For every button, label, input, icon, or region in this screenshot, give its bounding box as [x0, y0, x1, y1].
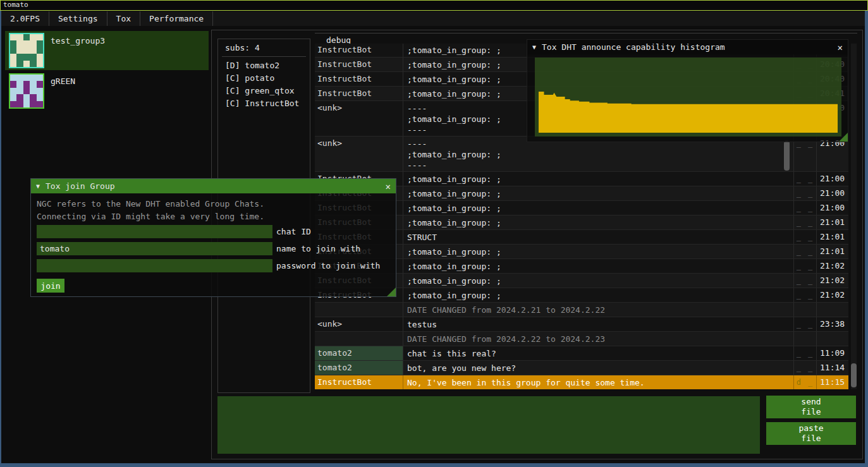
message-sender: tomato2 [315, 346, 403, 360]
contact-item-test_group3[interactable]: test_group3 [5, 31, 209, 70]
contact-name: gREEN [51, 76, 75, 86]
message-text: ;tomato_in_group: ; [403, 288, 794, 302]
avatar-pixel [37, 94, 43, 100]
subs-list-item[interactable]: [D] tomato2 [218, 59, 310, 72]
avatar-pixel [10, 34, 16, 40]
collapse-icon[interactable]: ▼ [532, 44, 536, 51]
subs-list-item[interactable]: [C] InstructBot [218, 97, 310, 110]
join-group-titlebar[interactable]: ▼ Tox join Group ✕ [31, 179, 396, 193]
chat-scrollbar-thumb[interactable] [851, 363, 857, 387]
menu-item-tox[interactable]: Tox [107, 11, 140, 26]
send-file-label-2: file [801, 407, 821, 417]
avatar-pixel [23, 101, 30, 107]
message-text: DATE CHANGED from 2024.2.21 to 2024.2.22 [403, 303, 794, 317]
chat-message-row[interactable]: InstructBotNo, I've been in this group f… [315, 375, 848, 389]
message-status-flags: _ _ [794, 201, 817, 215]
join-group-title: Tox join Group [46, 181, 115, 191]
message-text: ;tomato_in_group: ; [403, 274, 794, 288]
chat-ID-input[interactable] [37, 225, 272, 238]
message-text: ;tomato_in_group: ; [403, 186, 794, 200]
name-to-join-with-input[interactable] [37, 242, 272, 255]
avatar-pixel [37, 101, 43, 107]
send-file-label-1: send [801, 397, 821, 407]
chat-inner-scrollbar-thumb[interactable] [784, 141, 790, 171]
avatar-pixel [23, 81, 30, 87]
message-line: ;tomato_in_group: ; [407, 174, 793, 185]
chat-message-row[interactable]: tomato2chat is this real?_ _11:09 [315, 346, 848, 360]
message-sender [315, 303, 403, 317]
chat-message-row[interactable]: <unk>testus_ _23:38 [315, 317, 848, 331]
avatar-pixel [23, 61, 30, 67]
resize-grip[interactable] [387, 288, 396, 296]
avatar-pixel [10, 81, 16, 87]
avatar-pixel [30, 61, 36, 67]
subs-count: subs: 4 [218, 39, 310, 55]
avatar-pixel [23, 88, 30, 94]
avatar-pixel [10, 101, 16, 107]
dht-histogram-title: Tox DHT announce capability histogram [542, 42, 725, 52]
avatar-pixel [10, 75, 16, 81]
avatar-pixel [23, 94, 30, 100]
chat-message-row[interactable]: tomato2bot, are you new here?_ _11:14 [315, 360, 848, 375]
fps-counter: 2.0FPS [1, 11, 49, 26]
close-icon[interactable]: ✕ [838, 42, 843, 52]
message-line: chat is this real? [407, 348, 793, 359]
window-border-right [865, 11, 868, 467]
message-text: ;tomato_in_group: ; [403, 215, 794, 229]
join-fields: chat IDname to join withpassword to join… [37, 223, 390, 274]
collapse-icon[interactable]: ▼ [36, 183, 40, 190]
chat-scrollbar[interactable] [851, 44, 857, 389]
message-text: ;tomato_in_group: ; [403, 201, 794, 215]
message-status-flags: _ _ [794, 215, 817, 229]
avatar-pixel [30, 40, 36, 47]
avatar-pixel [23, 47, 30, 54]
paste-file-label-1: paste [798, 423, 823, 434]
date-separator-row[interactable]: DATE CHANGED from 2024.2.21 to 2024.2.22 [315, 302, 848, 317]
avatar-pixel [37, 54, 43, 60]
menu-items: SettingsToxPerformance [49, 11, 213, 26]
avatar-pixel [30, 34, 36, 40]
message-timestamp: 21:01 [817, 245, 848, 258]
dht-histogram-titlebar[interactable]: ▼ Tox DHT announce capability histogram … [527, 40, 848, 54]
menu-item-performance[interactable]: Performance [140, 11, 213, 26]
avatar-pixel [16, 88, 23, 94]
message-timestamp: 21:00 [817, 201, 848, 215]
subs-list-item[interactable]: [C] potato [218, 72, 310, 85]
message-text: No, I've been in this group for quite so… [403, 375, 794, 389]
message-status-flags: _ _ [794, 172, 817, 186]
join-info-line: Connecting via ID might take a very long… [37, 210, 390, 223]
avatar-pixel [23, 75, 30, 81]
resize-grip[interactable] [839, 133, 848, 142]
contact-item-gREEN[interactable]: gREEN [5, 71, 209, 111]
subs-list-item[interactable]: [C] green_qtox [218, 85, 310, 97]
menu-item-settings[interactable]: Settings [49, 11, 107, 26]
message-text: ;tomato_in_group: ; [403, 259, 794, 273]
message-sender: <unk> [315, 101, 403, 136]
avatar-pixel [16, 54, 23, 60]
avatar-pixel [37, 88, 43, 94]
message-status-flags: _ _ [794, 317, 817, 331]
message-status-flags: d _ [794, 375, 817, 389]
join-button[interactable]: join [37, 279, 64, 293]
send-file-button[interactable]: send file [766, 396, 856, 418]
join-info-line: NGC refers to the New DHT enabled Group … [37, 198, 390, 210]
contact-avatar [9, 33, 44, 68]
message-status-flags: _ _ [794, 288, 817, 302]
avatar-pixel [30, 94, 36, 100]
message-line: ;tomato_in_group: ; [407, 276, 793, 286]
close-icon[interactable]: ✕ [386, 181, 391, 191]
message-status-flags: _ _ [794, 230, 817, 244]
avatar-pixel [16, 101, 23, 107]
message-sender: InstructBot [315, 72, 403, 86]
date-separator-row[interactable]: DATE CHANGED from 2024.2.22 to 2024.2.23 [315, 331, 848, 346]
message-timestamp: 11:14 [817, 361, 848, 375]
avatar-pixel [30, 88, 36, 94]
paste-file-button[interactable]: paste file [766, 422, 856, 445]
message-line: ;tomato_in_group: ; [407, 217, 793, 228]
message-input[interactable] [217, 396, 760, 454]
avatar-pixel [37, 34, 43, 40]
message-line: ;tomato_in_group: ; [407, 246, 793, 257]
join-group-window: ▼ Tox join Group ✕ NGC refers to the New… [30, 178, 396, 297]
password-to-join-with-input[interactable] [37, 259, 272, 272]
message-timestamp: 23:38 [817, 317, 848, 331]
